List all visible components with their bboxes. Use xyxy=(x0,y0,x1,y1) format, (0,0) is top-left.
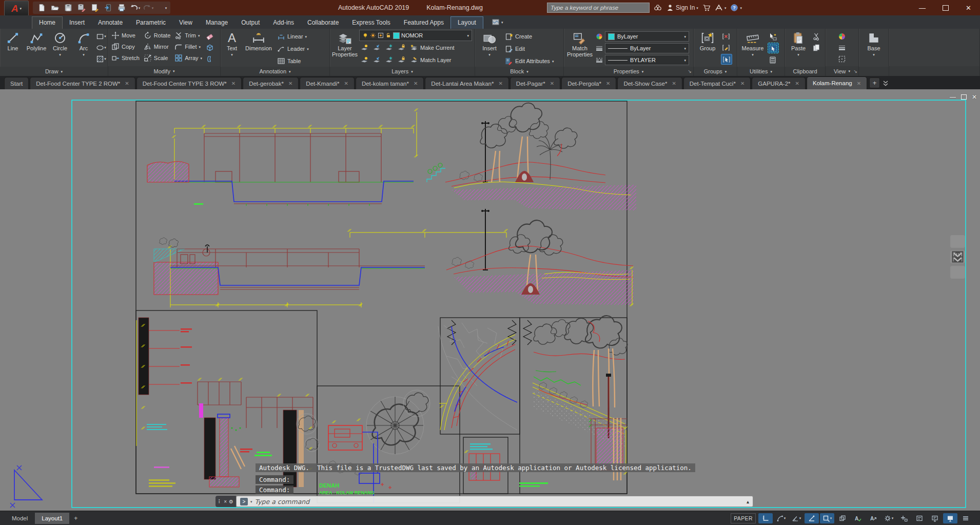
array-button[interactable]: Array▾ xyxy=(173,52,204,64)
search-button[interactable] xyxy=(654,4,662,12)
redo-button[interactable]: ▾ xyxy=(142,2,154,13)
application-menu-button[interactable]: A ▾ xyxy=(4,1,29,16)
new-layout-button[interactable]: + xyxy=(70,513,82,523)
app-store-button[interactable] xyxy=(702,4,711,12)
object-snap-tracking-toggle[interactable] xyxy=(805,513,819,523)
file-tab-det-pagar[interactable]: Det-Pagar* ✕ xyxy=(510,77,560,89)
panel-label-layers[interactable]: Layers▾ xyxy=(330,67,475,76)
view-list-button[interactable] xyxy=(837,43,847,52)
quick-properties-toggle[interactable] xyxy=(912,513,927,523)
tab-express-tools[interactable]: Express Tools xyxy=(345,17,397,29)
quick-calculator-button[interactable] xyxy=(768,55,778,65)
sign-in-button[interactable]: Sign In ▾ xyxy=(666,4,698,12)
edit-block-button[interactable]: Edit xyxy=(503,43,555,54)
tab-output[interactable]: Output xyxy=(234,17,266,29)
file-tab-gapura-2[interactable]: GAPURA-2* ✕ xyxy=(752,77,806,89)
panel-label-clipboard[interactable]: Clipboard xyxy=(785,67,825,76)
tab-collaborate[interactable]: Collaborate xyxy=(301,17,345,29)
measure-button[interactable]: Measure▾ xyxy=(739,30,767,67)
batch-plot-button[interactable] xyxy=(89,2,101,13)
save-as-button[interactable] xyxy=(75,2,88,13)
move-button[interactable]: Move xyxy=(110,30,141,41)
grid-display-toggle[interactable] xyxy=(758,513,773,523)
base-button[interactable]: Base▾ xyxy=(861,30,886,67)
doc-close-button[interactable]: ✕ xyxy=(972,93,977,101)
tab-add-ins[interactable]: Add-ins xyxy=(266,17,301,29)
doc-minimize-button[interactable]: — xyxy=(950,93,956,101)
copy-clip-button[interactable] xyxy=(811,43,821,52)
panel-label-properties[interactable]: Properties▾ xyxy=(564,67,693,76)
fillet-button[interactable]: Fillet▾ xyxy=(173,41,204,52)
viewport-button[interactable] xyxy=(837,54,847,64)
close-button[interactable]: ✕ xyxy=(957,0,980,15)
arc-button[interactable]: Arc▾ xyxy=(72,30,95,67)
tab-parametric[interactable]: Parametric xyxy=(129,17,172,29)
insert-block-button[interactable]: Insert▾ xyxy=(477,30,502,67)
visual-styles-button[interactable] xyxy=(837,31,847,41)
stretch-button[interactable]: Stretch xyxy=(110,52,141,64)
panel-label-utilities[interactable]: Utilities▾ xyxy=(737,67,785,76)
edit-attributes-button[interactable]: Edit Attributes▾ xyxy=(503,55,555,67)
model-tab[interactable]: Model xyxy=(5,513,34,524)
file-tab-det-lantai-area-makan[interactable]: Det-Lantai Area Makan* ✕ xyxy=(425,77,509,89)
file-tab-kolam-renang[interactable]: Kolam-Renang ✕ xyxy=(807,76,867,89)
save-button[interactable] xyxy=(62,2,74,13)
layer-off-button[interactable] xyxy=(359,43,369,53)
annotation-visibility-toggle[interactable]: A xyxy=(851,513,865,523)
line-button[interactable]: Line xyxy=(2,30,24,67)
panel-label-block[interactable]: Block▾ xyxy=(475,67,563,76)
snap-mode-toggle[interactable]: ▾ xyxy=(774,513,788,523)
new-drawing-tab-button[interactable]: + xyxy=(869,77,880,88)
id-point-button[interactable] xyxy=(768,43,779,53)
object-color-dropdown[interactable]: ByLayer ▾ xyxy=(605,31,689,42)
command-history-expand[interactable]: ▴ xyxy=(747,499,749,504)
ungroup-button[interactable] xyxy=(721,31,731,41)
copy-button[interactable]: Copy xyxy=(110,41,141,52)
command-input[interactable]: > ▾ Type a command ▴ xyxy=(236,496,753,507)
layout1-tab[interactable]: Layout1 xyxy=(35,513,69,524)
file-tab-det-kmandi[interactable]: Det-Kmandi* ✕ xyxy=(300,77,355,89)
tab-layout[interactable]: Layout xyxy=(450,16,483,29)
autoscale-toggle[interactable]: A xyxy=(866,513,880,523)
lineweight-dropdown[interactable]: BYLAYER ▾ xyxy=(605,55,689,65)
cut-button[interactable] xyxy=(811,31,821,41)
dynamic-input-toggle[interactable] xyxy=(897,513,911,523)
layer-properties-button[interactable]: Layer Properties xyxy=(331,30,358,67)
tab-insert[interactable]: Insert xyxy=(63,17,91,29)
qat-customize-button[interactable]: ▾ xyxy=(155,2,168,13)
maximize-button[interactable] xyxy=(934,0,957,15)
layer-unisolate-button[interactable] xyxy=(371,55,382,65)
file-tab-det-food-center-type3[interactable]: Det-Food Center TYPE 3 ROW* ✕ xyxy=(136,77,242,89)
close-tab-icon[interactable]: ✕ xyxy=(795,81,799,86)
panel-label-annotation[interactable]: Annotation▾ xyxy=(221,67,329,76)
tab-view[interactable]: View xyxy=(172,17,199,29)
customize-button[interactable] xyxy=(958,513,973,523)
tab-annotate[interactable]: Annotate xyxy=(91,17,129,29)
close-tab-icon[interactable]: ✕ xyxy=(672,81,676,86)
group-selection-toggle[interactable] xyxy=(721,54,732,65)
ellipse-button[interactable]: ▾ xyxy=(96,43,106,52)
close-tab-icon[interactable]: ✕ xyxy=(550,81,554,86)
new-file-button[interactable] xyxy=(35,2,48,13)
command-bar-handle[interactable]: ⠇ × ⚙ xyxy=(215,496,236,507)
hatch-button[interactable]: ▾ xyxy=(96,54,106,64)
upload-mobile-button[interactable] xyxy=(102,2,114,13)
layer-dropdown[interactable]: NOMOR ▾ xyxy=(359,30,472,41)
make-current-button[interactable]: Make Current xyxy=(408,42,456,53)
panel-label-groups[interactable]: Groups▾ xyxy=(694,67,737,76)
search-input[interactable] xyxy=(547,3,650,13)
paste-button[interactable]: Paste▾ xyxy=(787,30,810,67)
autodesk-account-button[interactable]: ▾ xyxy=(715,4,727,12)
tab-featured-apps[interactable]: Featured Apps xyxy=(397,17,450,29)
mirror-button[interactable]: Mirror xyxy=(142,41,172,52)
undo-button[interactable]: ▾ xyxy=(129,2,141,13)
graphics-performance-toggle[interactable] xyxy=(943,513,957,523)
tab-manage[interactable]: Manage xyxy=(199,17,234,29)
rotate-button[interactable]: Rotate xyxy=(142,30,172,41)
polar-tracking-toggle[interactable]: ▾ xyxy=(789,513,803,523)
close-tab-icon[interactable]: ✕ xyxy=(606,81,610,86)
leader-button[interactable]: Leader▾ xyxy=(276,43,310,54)
minimize-button[interactable]: — xyxy=(911,0,934,15)
tab-home[interactable]: Home xyxy=(32,16,63,29)
doc-restore-button[interactable] xyxy=(961,94,967,100)
